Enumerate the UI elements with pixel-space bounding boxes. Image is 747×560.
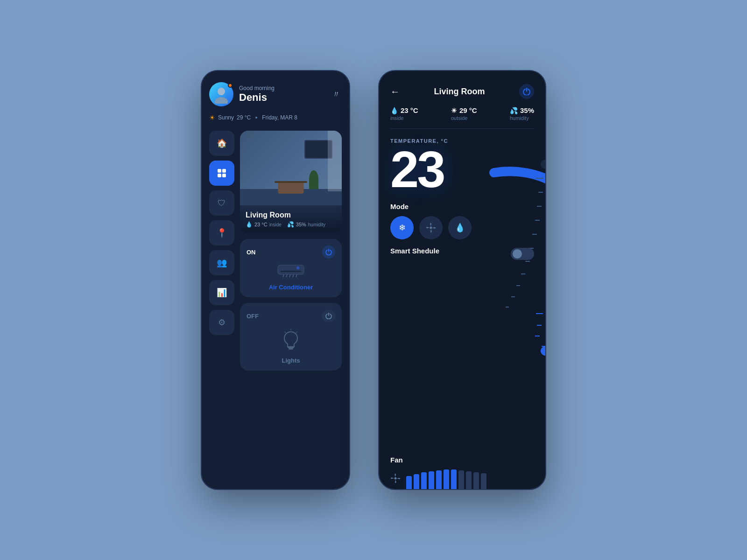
toggle-knob [513, 249, 522, 259]
humidity-val: 35% [520, 106, 534, 114]
room-inside-temp: 💧 23 °C inside [246, 221, 282, 228]
menu-icon[interactable]: 〃 [331, 88, 342, 101]
svg-rect-3 [222, 169, 226, 173]
humidity-label-right: humidity [510, 115, 534, 121]
humidity-display: 💦 35% [510, 106, 534, 114]
user-name: Denis [239, 91, 275, 104]
svg-point-13 [296, 266, 299, 269]
sidebar-item-users[interactable]: 👥 [209, 250, 234, 275]
sidebar-item-stats[interactable]: 📊 [209, 280, 234, 305]
svg-rect-15 [289, 348, 293, 350]
thermometer-icon: 💧 [246, 221, 253, 228]
ac-icon [277, 264, 305, 278]
sidebar-item-home[interactable]: 🏠 [209, 131, 234, 156]
fan-bar-4[interactable] [436, 470, 442, 489]
fan-spin-icon[interactable] [390, 473, 401, 486]
sensor-inside: 💧 23 °C inside [390, 106, 418, 121]
outside-temp-val: 29 °C [459, 106, 477, 114]
svg-line-18 [285, 332, 286, 333]
outside-label: outside [451, 115, 477, 121]
device-header-ac: ON [247, 245, 335, 259]
svg-line-9 [286, 274, 287, 277]
svg-point-1 [215, 97, 228, 104]
lights-name: Lights [247, 357, 335, 364]
lights-power-button[interactable] [322, 309, 335, 322]
mode-btn-fan[interactable] [419, 216, 443, 239]
fan-bar-7[interactable] [458, 470, 464, 489]
room-card-living[interactable]: Living Room 💧 23 °C inside 💦 35% humidit… [240, 131, 342, 233]
svg-rect-7 [281, 271, 301, 272]
fan-bar-2[interactable] [421, 472, 427, 489]
right-power-button[interactable] [519, 84, 534, 99]
back-button[interactable]: ← [390, 86, 400, 97]
avatar-wrap [209, 82, 233, 106]
room-name: Living Room [246, 211, 336, 219]
svg-rect-5 [222, 174, 226, 177]
weather-condition: Sunny [218, 114, 234, 121]
sun-icon: ☀ [209, 114, 215, 121]
lights-icon [279, 328, 303, 351]
mode-btn-cool[interactable]: ❄ [390, 216, 414, 239]
outside-temp-display: ☀ 29 °C [451, 106, 477, 114]
device-card-lights: OFF [240, 303, 342, 371]
separator [255, 117, 257, 119]
svg-line-10 [289, 274, 290, 277]
sensor-outside: ☀ 29 °C outside [451, 106, 477, 121]
device-header-lights: OFF [247, 309, 335, 322]
fan-bar-8[interactable] [466, 471, 472, 489]
svg-rect-14 [288, 347, 294, 348]
weather-bar: ☀ Sunny 29 °C Friday, MAR 8 [209, 114, 342, 121]
phone-right: ← Living Room 💧 23 °C inside ☀ [378, 70, 546, 490]
user-info: Good morning Denis [239, 85, 275, 104]
online-indicator [228, 83, 233, 88]
right-header: ← Living Room [379, 71, 545, 106]
location-icon: 📍 [217, 228, 227, 238]
inside-temp-value: 23 °C [254, 222, 268, 227]
fan-section: Fan [379, 448, 545, 489]
users-icon: 👥 [217, 258, 227, 268]
fan-bar-5[interactable] [444, 469, 449, 489]
ac-power-button[interactable] [322, 245, 335, 259]
fan-bar-10[interactable] [481, 473, 486, 489]
ac-status: ON [247, 249, 256, 256]
svg-point-34 [430, 227, 432, 229]
fan-bar-1[interactable] [414, 474, 419, 489]
fan-bar-0[interactable] [406, 476, 412, 489]
inside-temp-val: 23 °C [401, 106, 418, 114]
mode-section: Mode ❄ 💧 [379, 195, 545, 239]
fan-bar-3[interactable] [429, 471, 434, 489]
svg-line-12 [296, 274, 297, 277]
humidity-label: humidity [308, 222, 325, 227]
profile-header: Good morning Denis 〃 [209, 82, 342, 106]
sidebar-item-security[interactable]: 🛡 [209, 190, 234, 216]
fan-label: Fan [390, 456, 534, 464]
svg-point-35 [395, 477, 397, 479]
schedule-row: Smart Shedule [390, 247, 534, 260]
greeting-text: Good morning [239, 85, 275, 91]
svg-line-11 [293, 274, 294, 277]
profile-left: Good morning Denis [209, 82, 275, 106]
fan-bars [406, 469, 486, 489]
svg-line-17 [296, 332, 297, 333]
device-card-ac: ON [240, 239, 342, 297]
humidity-drop-icon: 💦 [510, 107, 518, 114]
smart-schedule-toggle[interactable] [511, 248, 534, 260]
temperature-section: TEMPERATURE, °C 23 [379, 129, 545, 195]
temperature-value: 23 [390, 144, 534, 195]
fan-bar-6[interactable] [451, 469, 457, 489]
fan-mode-icon [426, 223, 436, 233]
humidity-value: 35% [296, 222, 306, 227]
mode-buttons: ❄ 💧 [390, 216, 534, 239]
sidebar-item-location[interactable]: 📍 [209, 220, 234, 245]
sidebar-item-settings[interactable]: ⚙ [209, 310, 234, 335]
room-label-area: Living Room 💧 23 °C inside 💦 35% humidit… [240, 205, 342, 233]
humidity-icon: 💦 [287, 221, 294, 228]
sidebar-item-grid[interactable] [209, 161, 234, 186]
schedule-section: Smart Shedule [379, 239, 545, 260]
fan-row [390, 469, 534, 489]
fan-icon-svg [390, 473, 401, 483]
fan-bar-9[interactable] [473, 472, 479, 489]
mode-btn-dry[interactable]: 💧 [448, 216, 472, 239]
phone-left: Good morning Denis 〃 ☀ Sunny 29 °C Frida… [201, 70, 350, 490]
right-room-title: Living Room [434, 87, 485, 97]
